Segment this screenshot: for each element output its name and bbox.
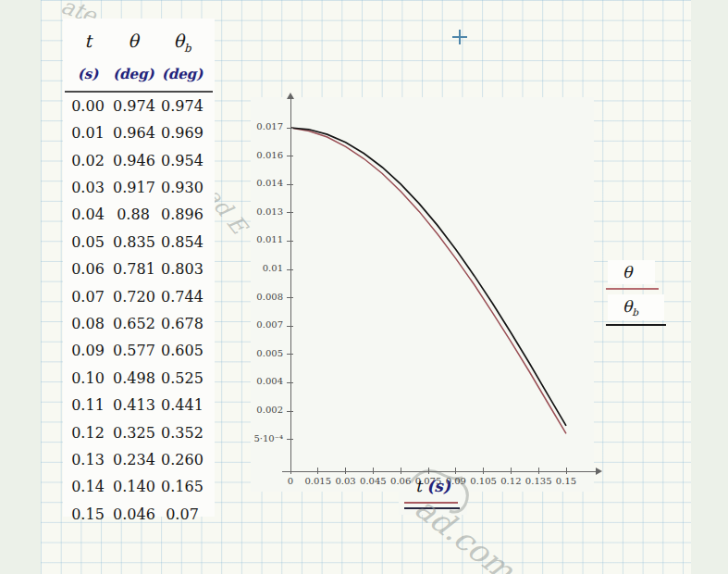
legend-line-sample [606, 324, 666, 326]
table-cell: 0.969 [154, 119, 211, 146]
table-row: 0.140.1400.165 [63, 473, 215, 500]
table-cell: 0.234 [113, 446, 154, 473]
results-table[interactable]: tθθb (s)(deg)(deg) 0.000.9740.9740.010.9… [63, 19, 215, 517]
table-row: 0.120.3250.352 [63, 419, 215, 446]
table-row: 0.080.6520.678 [63, 310, 215, 337]
x-axis-unit: (s) [426, 477, 450, 495]
table-cell: 0.11 [63, 392, 113, 418]
legend-symbol: θ [623, 263, 632, 281]
trace-sample-line-2 [404, 507, 460, 509]
column-symbol: θb [174, 31, 191, 51]
table-cell: 0.954 [154, 147, 211, 174]
table-cell: 0.165 [154, 473, 211, 500]
table-cell: 0.04 [63, 201, 113, 228]
table-cell: 0.08 [63, 310, 113, 337]
table-cell: 0.525 [154, 365, 211, 392]
table-cell: 0.10 [63, 365, 113, 392]
column-symbol-subscript: b [184, 42, 191, 55]
table-cell: 0.15 [63, 501, 113, 528]
table-column-symbol: θb [154, 27, 211, 62]
table-column-symbol: θ [113, 27, 154, 62]
table-cell: 0.917 [113, 174, 154, 201]
table-cell: 0.12 [63, 419, 113, 446]
table-cell: 0.854 [154, 229, 211, 256]
table-cell: 0.02 [63, 147, 113, 174]
table-cell: 0.09 [63, 337, 113, 364]
table-row: 0.070.7200.744 [63, 283, 215, 310]
table-row: 0.150.0460.07 [63, 501, 215, 528]
table-cell: 0.781 [113, 256, 154, 282]
table-cell: 0.498 [113, 365, 154, 392]
crosshair-cursor [452, 30, 467, 44]
table-row: 0.030.9170.930 [63, 174, 215, 201]
legend-symbol-subscript: b [632, 306, 638, 318]
table-row: 0.110.4130.441 [63, 392, 215, 418]
table-cell: 0.07 [63, 283, 113, 310]
table-cell: 0.605 [154, 337, 211, 364]
table-cell: 0.06 [63, 256, 113, 282]
table-cell: 0.803 [154, 256, 211, 282]
table-cell: 0.413 [113, 392, 154, 418]
table-cell: 0.00 [63, 93, 113, 119]
table-cell: 0.14 [63, 473, 113, 500]
table-cell: 0.13 [63, 446, 113, 473]
table-row: 0.000.9740.974 [63, 93, 215, 119]
column-symbol: t [84, 31, 92, 51]
table-rows: 0.000.9740.9740.010.9640.9690.020.9460.9… [63, 93, 215, 529]
table-cell: 0.260 [154, 446, 211, 473]
table-units-row: (s)(deg)(deg) [63, 62, 215, 86]
table-cell: 0.05 [63, 229, 113, 256]
table-row: 0.060.7810.803 [63, 256, 215, 282]
table-column-unit: (s) [63, 62, 113, 86]
table-cell: 0.07 [154, 501, 211, 528]
table-cell: 0.835 [113, 229, 154, 256]
table-cell: 0.140 [113, 473, 154, 500]
table-row: 0.040.880.896 [63, 201, 215, 228]
table-column-symbol: t [63, 27, 113, 62]
legend-line-sample [606, 288, 659, 290]
table-cell: 0.352 [154, 419, 211, 446]
table-cell: 0.88 [113, 201, 154, 228]
legend-entry: θb [608, 294, 664, 320]
table-cell: 0.946 [113, 147, 154, 174]
table-row: 0.020.9460.954 [63, 147, 215, 174]
table-cell: 0.577 [113, 337, 154, 364]
table-cell: 0.744 [154, 283, 211, 310]
legend-label: θb [608, 294, 664, 324]
table-cell: 0.974 [154, 93, 211, 119]
table-row: 0.010.9640.969 [63, 119, 215, 146]
table-cell: 0.964 [113, 119, 154, 146]
table-cell: 0.678 [154, 310, 211, 337]
legend-symbol: θb [623, 297, 638, 316]
table-cell: 0.03 [63, 174, 113, 201]
table-column-unit: (deg) [113, 62, 154, 86]
xy-plot-region[interactable] [251, 97, 594, 492]
table-row: 0.050.8350.854 [63, 229, 215, 256]
crosshair-vertical-bar [459, 30, 461, 44]
table-cell: 0.930 [154, 174, 211, 201]
column-symbol: θ [128, 31, 138, 51]
table-cell: 0.896 [154, 201, 211, 228]
table-cell: 0.01 [63, 119, 113, 146]
table-row: 0.100.4980.525 [63, 365, 215, 392]
table-column-unit: (deg) [154, 62, 211, 86]
table-cell: 0.720 [113, 283, 154, 310]
table-cell: 0.974 [113, 93, 154, 119]
table-row: 0.130.2340.260 [63, 446, 215, 473]
table-row: 0.090.5770.605 [63, 337, 215, 364]
trace-sample-line-1 [404, 502, 458, 504]
table-cell: 0.325 [113, 419, 154, 446]
table-cell: 0.441 [154, 392, 211, 418]
table-cell: 0.046 [113, 501, 154, 528]
table-header-row: tθθb [63, 27, 215, 62]
x-axis-variable: t [415, 477, 422, 495]
x-axis-title: t (s) [401, 477, 465, 495]
table-cell: 0.652 [113, 310, 154, 337]
legend-entry: θ [608, 260, 655, 284]
legend-label: θ [608, 260, 655, 284]
